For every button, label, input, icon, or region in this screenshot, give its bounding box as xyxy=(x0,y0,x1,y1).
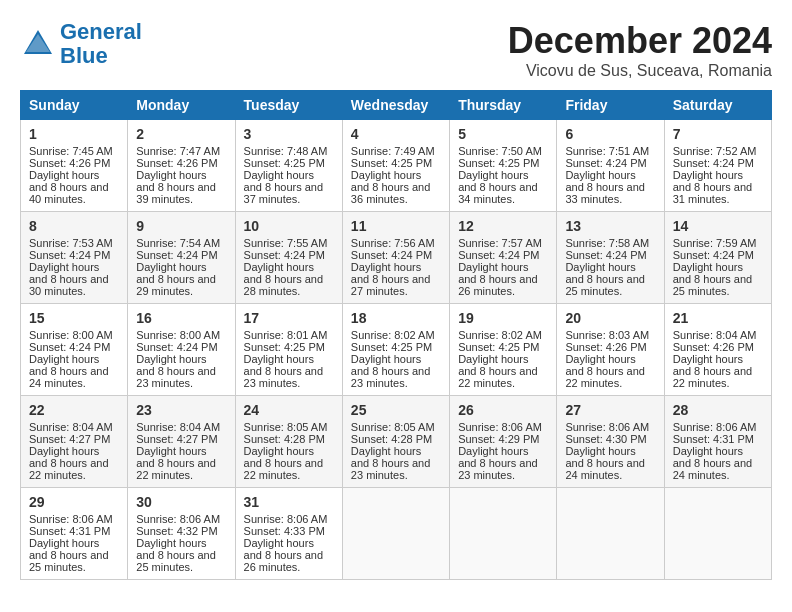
calendar-day-cell: 11 Sunrise: 7:56 AM Sunset: 4:24 PM Dayl… xyxy=(342,212,449,304)
calendar-day-cell: 19 Sunrise: 8:02 AM Sunset: 4:25 PM Dayl… xyxy=(450,304,557,396)
day-number: 5 xyxy=(458,126,548,142)
sunrise-label: Sunrise: 8:04 AM xyxy=(29,421,113,433)
daylight-label: Daylight hours xyxy=(458,353,528,365)
day-number: 22 xyxy=(29,402,119,418)
logo-line2: Blue xyxy=(60,43,108,68)
calendar-day-cell: 25 Sunrise: 8:05 AM Sunset: 4:28 PM Dayl… xyxy=(342,396,449,488)
sunrise-label: Sunrise: 8:02 AM xyxy=(458,329,542,341)
day-number: 23 xyxy=(136,402,226,418)
sunrise-label: Sunrise: 7:47 AM xyxy=(136,145,220,157)
daylight-value: and 8 hours and 28 minutes. xyxy=(244,273,324,297)
daylight-label: Daylight hours xyxy=(29,353,99,365)
day-number: 27 xyxy=(565,402,655,418)
daylight-value: and 8 hours and 40 minutes. xyxy=(29,181,109,205)
sunset-label: Sunset: 4:31 PM xyxy=(673,433,754,445)
day-number: 30 xyxy=(136,494,226,510)
logo: General Blue xyxy=(20,20,142,68)
daylight-label: Daylight hours xyxy=(244,537,314,549)
daylight-value: and 8 hours and 24 minutes. xyxy=(29,365,109,389)
calendar-header: Sunday Monday Tuesday Wednesday Thursday… xyxy=(21,91,772,120)
sunrise-label: Sunrise: 8:06 AM xyxy=(565,421,649,433)
sunset-label: Sunset: 4:26 PM xyxy=(29,157,110,169)
title-block: December 2024 Vicovu de Sus, Suceava, Ro… xyxy=(508,20,772,80)
col-saturday: Saturday xyxy=(664,91,771,120)
sunset-label: Sunset: 4:24 PM xyxy=(565,249,646,261)
daylight-label: Daylight hours xyxy=(29,169,99,181)
daylight-value: and 8 hours and 25 minutes. xyxy=(136,549,216,573)
daylight-label: Daylight hours xyxy=(244,261,314,273)
daylight-label: Daylight hours xyxy=(136,353,206,365)
calendar-day-cell: 22 Sunrise: 8:04 AM Sunset: 4:27 PM Dayl… xyxy=(21,396,128,488)
day-number: 2 xyxy=(136,126,226,142)
daylight-label: Daylight hours xyxy=(458,261,528,273)
daylight-label: Daylight hours xyxy=(458,445,528,457)
daylight-label: Daylight hours xyxy=(29,261,99,273)
col-thursday: Thursday xyxy=(450,91,557,120)
day-number: 25 xyxy=(351,402,441,418)
daylight-value: and 8 hours and 36 minutes. xyxy=(351,181,431,205)
sunrise-label: Sunrise: 7:45 AM xyxy=(29,145,113,157)
daylight-label: Daylight hours xyxy=(565,353,635,365)
sunrise-label: Sunrise: 8:06 AM xyxy=(136,513,220,525)
day-number: 15 xyxy=(29,310,119,326)
calendar-day-cell: 17 Sunrise: 8:01 AM Sunset: 4:25 PM Dayl… xyxy=(235,304,342,396)
calendar-day-cell: 1 Sunrise: 7:45 AM Sunset: 4:26 PM Dayli… xyxy=(21,120,128,212)
sunset-label: Sunset: 4:24 PM xyxy=(565,157,646,169)
calendar-day-cell xyxy=(450,488,557,580)
calendar-day-cell xyxy=(342,488,449,580)
daylight-value: and 8 hours and 25 minutes. xyxy=(29,549,109,573)
daylight-value: and 8 hours and 22 minutes. xyxy=(565,365,645,389)
calendar-day-cell: 16 Sunrise: 8:00 AM Sunset: 4:24 PM Dayl… xyxy=(128,304,235,396)
sunset-label: Sunset: 4:30 PM xyxy=(565,433,646,445)
day-number: 26 xyxy=(458,402,548,418)
sunset-label: Sunset: 4:32 PM xyxy=(136,525,217,537)
day-number: 10 xyxy=(244,218,334,234)
sunset-label: Sunset: 4:26 PM xyxy=(565,341,646,353)
sunrise-label: Sunrise: 8:05 AM xyxy=(244,421,328,433)
daylight-value: and 8 hours and 25 minutes. xyxy=(673,273,753,297)
daylight-value: and 8 hours and 22 minutes. xyxy=(673,365,753,389)
sunrise-label: Sunrise: 7:49 AM xyxy=(351,145,435,157)
col-wednesday: Wednesday xyxy=(342,91,449,120)
day-number: 18 xyxy=(351,310,441,326)
calendar-day-cell: 14 Sunrise: 7:59 AM Sunset: 4:24 PM Dayl… xyxy=(664,212,771,304)
daylight-value: and 8 hours and 31 minutes. xyxy=(673,181,753,205)
daylight-value: and 8 hours and 27 minutes. xyxy=(351,273,431,297)
day-number: 3 xyxy=(244,126,334,142)
daylight-label: Daylight hours xyxy=(244,445,314,457)
calendar-week-row: 15 Sunrise: 8:00 AM Sunset: 4:24 PM Dayl… xyxy=(21,304,772,396)
sunset-label: Sunset: 4:29 PM xyxy=(458,433,539,445)
day-number: 4 xyxy=(351,126,441,142)
daylight-label: Daylight hours xyxy=(244,353,314,365)
daylight-value: and 8 hours and 22 minutes. xyxy=(136,457,216,481)
daylight-value: and 8 hours and 29 minutes. xyxy=(136,273,216,297)
sunrise-label: Sunrise: 8:06 AM xyxy=(673,421,757,433)
sunset-label: Sunset: 4:25 PM xyxy=(244,341,325,353)
daylight-value: and 8 hours and 33 minutes. xyxy=(565,181,645,205)
calendar-day-cell: 21 Sunrise: 8:04 AM Sunset: 4:26 PM Dayl… xyxy=(664,304,771,396)
daylight-label: Daylight hours xyxy=(29,537,99,549)
day-number: 24 xyxy=(244,402,334,418)
calendar-day-cell: 13 Sunrise: 7:58 AM Sunset: 4:24 PM Dayl… xyxy=(557,212,664,304)
daylight-value: and 8 hours and 24 minutes. xyxy=(565,457,645,481)
daylight-label: Daylight hours xyxy=(673,169,743,181)
calendar-day-cell: 2 Sunrise: 7:47 AM Sunset: 4:26 PM Dayli… xyxy=(128,120,235,212)
sunrise-label: Sunrise: 7:48 AM xyxy=(244,145,328,157)
day-number: 16 xyxy=(136,310,226,326)
sunset-label: Sunset: 4:25 PM xyxy=(351,157,432,169)
logo-icon xyxy=(20,26,56,62)
day-number: 8 xyxy=(29,218,119,234)
day-number: 13 xyxy=(565,218,655,234)
day-number: 7 xyxy=(673,126,763,142)
sunset-label: Sunset: 4:28 PM xyxy=(351,433,432,445)
day-number: 11 xyxy=(351,218,441,234)
sunrise-label: Sunrise: 7:52 AM xyxy=(673,145,757,157)
sunset-label: Sunset: 4:27 PM xyxy=(29,433,110,445)
daylight-label: Daylight hours xyxy=(458,169,528,181)
svg-marker-1 xyxy=(26,34,50,52)
calendar-day-cell: 24 Sunrise: 8:05 AM Sunset: 4:28 PM Dayl… xyxy=(235,396,342,488)
col-sunday: Sunday xyxy=(21,91,128,120)
daylight-label: Daylight hours xyxy=(29,445,99,457)
location: Vicovu de Sus, Suceava, Romania xyxy=(508,62,772,80)
logo-text: General Blue xyxy=(60,20,142,68)
